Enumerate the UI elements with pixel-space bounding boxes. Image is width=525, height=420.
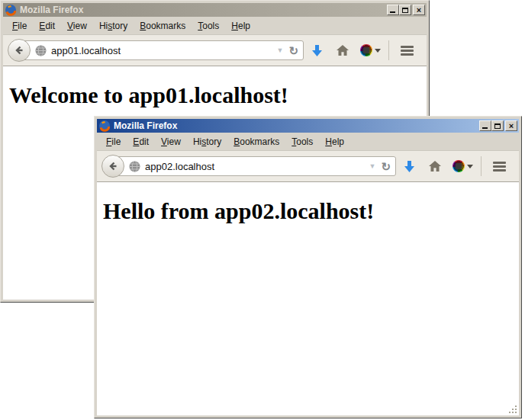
maximize-button[interactable]: [491, 120, 504, 131]
back-arrow-icon: [107, 160, 119, 172]
home-icon: [428, 160, 442, 172]
back-button[interactable]: [8, 39, 31, 62]
hamburger-icon: [493, 162, 506, 164]
menu-bookmarks[interactable]: Bookmarks: [134, 18, 192, 34]
menu-file[interactable]: File: [6, 18, 33, 34]
menu-edit[interactable]: Edit: [33, 18, 61, 34]
resize-grip[interactable]: [507, 404, 517, 414]
menu-view[interactable]: View: [155, 134, 187, 149]
reload-icon[interactable]: ↻: [287, 45, 303, 56]
url-dropdown-icon[interactable]: ▼: [273, 46, 288, 54]
hamburger-icon: [401, 46, 414, 48]
minimize-icon: [390, 11, 395, 13]
globe-icon: [129, 161, 140, 172]
home-button[interactable]: [422, 155, 448, 177]
maximize-icon: [402, 8, 408, 13]
back-arrow-icon: [13, 44, 25, 56]
firefox-icon: [5, 4, 17, 16]
titlebar[interactable]: Mozilla Firefox ×: [3, 3, 427, 17]
menu-file[interactable]: File: [100, 134, 127, 149]
navigation-toolbar: ▼ ↻: [3, 35, 427, 66]
browser-window-app02[interactable]: Mozilla Firefox × File Edit View History…: [94, 116, 522, 418]
minimize-button[interactable]: [387, 5, 399, 15]
globe-icon: [35, 45, 47, 56]
menu-tools[interactable]: Tools: [285, 134, 319, 149]
caption-buttons: ×: [479, 120, 517, 131]
downloads-button[interactable]: [304, 40, 330, 61]
page-content: Hello from app02.localhost!: [97, 182, 519, 415]
menu-bookmarks[interactable]: Bookmarks: [227, 134, 285, 149]
addon-button[interactable]: [448, 155, 477, 177]
back-button[interactable]: [101, 155, 124, 178]
desktop: { "colors": { "active_title_start": "#16…: [0, 0, 525, 420]
caption-buttons: ×: [387, 5, 425, 15]
navigation-toolbar: ▼ ↻: [97, 151, 519, 182]
page-heading: Hello from app02.localhost!: [103, 198, 513, 224]
url-dropdown-icon[interactable]: ▼: [366, 162, 380, 170]
menu-history[interactable]: History: [187, 134, 227, 149]
menu-history[interactable]: History: [93, 18, 134, 34]
titlebar[interactable]: Mozilla Firefox ×: [97, 119, 519, 133]
page-heading: Welcome to app01.localhost!: [9, 82, 420, 108]
maximize-button[interactable]: [399, 5, 411, 15]
location-bar[interactable]: ▼ ↻: [18, 40, 304, 60]
url-input[interactable]: [51, 45, 273, 56]
close-button[interactable]: ×: [413, 5, 425, 15]
menu-tools[interactable]: Tools: [192, 18, 225, 34]
home-button[interactable]: [330, 40, 356, 61]
minimize-icon: [482, 127, 488, 129]
menu-view[interactable]: View: [61, 18, 93, 34]
location-bar[interactable]: ▼ ↻: [111, 156, 396, 176]
close-button[interactable]: ×: [505, 120, 517, 131]
menu-edit[interactable]: Edit: [127, 134, 155, 149]
window-title: Mozilla Firefox: [20, 5, 83, 15]
menu-hamburger-button[interactable]: [393, 40, 420, 61]
chevron-down-icon: [375, 49, 381, 53]
addon-colorwheel-icon: [360, 44, 372, 56]
downloads-button[interactable]: [396, 155, 422, 177]
maximize-icon: [494, 123, 501, 129]
menubar: File Edit View History Bookmarks Tools H…: [97, 133, 519, 151]
menu-hamburger-button[interactable]: [485, 155, 513, 177]
menubar: File Edit View History Bookmarks Tools H…: [3, 17, 427, 35]
toolbar-divider: [388, 40, 389, 60]
chevron-down-icon: [467, 165, 473, 168]
minimize-button[interactable]: [479, 120, 491, 131]
addon-button[interactable]: [356, 40, 385, 61]
menu-help[interactable]: Help: [319, 134, 350, 149]
window-title: Mozilla Firefox: [114, 120, 177, 131]
url-input[interactable]: [145, 161, 366, 172]
firefox-icon: [98, 120, 111, 132]
toolbar-divider: [481, 156, 482, 176]
addon-colorwheel-icon: [453, 160, 465, 172]
reload-icon[interactable]: ↻: [379, 161, 395, 172]
download-arrow-icon: [311, 44, 323, 57]
download-arrow-icon: [404, 160, 415, 173]
menu-help[interactable]: Help: [225, 18, 256, 34]
home-icon: [336, 44, 349, 56]
